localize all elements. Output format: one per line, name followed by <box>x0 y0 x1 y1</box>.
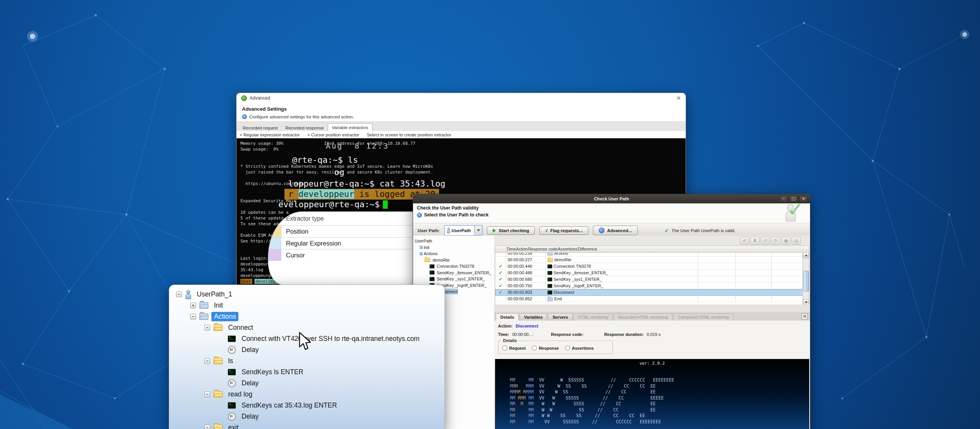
tree-item[interactable]: SendKey _sys1_ENTER_ <box>413 276 494 282</box>
extractor-action-link[interactable]: + Regular expression extractor <box>240 133 300 137</box>
table-row[interactable]: 00:00:00.226 Actions <box>495 253 809 257</box>
tree-expander[interactable]: − <box>190 314 196 319</box>
folder-blue-icon <box>199 313 208 320</box>
row-time: 00:00:00.852 <box>506 296 546 302</box>
results-toolbar-button[interactable]: ✔ <box>740 237 749 245</box>
extractor-type-menu-item[interactable]: Regular Expression <box>268 237 417 249</box>
design-tree-item[interactable]: − Actions <box>176 311 444 322</box>
tree-item[interactable]: Actions <box>413 251 494 257</box>
chevron-down-icon[interactable] <box>474 226 482 235</box>
tree-item[interactable]: Connection TN3278 <box>413 263 494 270</box>
person-icon <box>185 290 191 299</box>
detail-tab[interactable]: Details <box>496 313 519 321</box>
table-row[interactable]: ✓ 00:00:00.446 Connection TN3278 <box>495 263 809 270</box>
start-checking-button[interactable]: Start checking <box>487 226 535 235</box>
design-tree-item[interactable]: SendKeys ls ENTER <box>176 367 444 378</box>
valid-checkmark-icon: ✓ <box>787 199 804 220</box>
design-tree-item[interactable]: + Init <box>176 300 444 311</box>
tree-item[interactable]: UserPath <box>413 238 494 244</box>
advanced-button[interactable]: Advanced... <box>593 226 638 235</box>
close-icon[interactable]: × <box>676 95 681 101</box>
tree-expander[interactable]: − <box>204 425 210 429</box>
extractor-action-link[interactable]: Select in screen to create position extr… <box>367 133 451 137</box>
terminal-icon <box>547 271 552 275</box>
design-tree-item[interactable]: SendKeys cat 35:43.log ENTER <box>176 400 444 411</box>
pause-icon <box>228 413 236 421</box>
tree-item[interactable]: demoRte <box>413 257 494 264</box>
table-scrollbar[interactable] <box>802 252 809 305</box>
column-header[interactable]: Assertions <box>558 246 578 252</box>
status-column-header[interactable] <box>495 246 506 252</box>
radio-option[interactable]: Assertions <box>565 345 594 350</box>
design-tree-item[interactable]: Delay <box>176 378 444 389</box>
flag-requests-button[interactable]: √ Flag requests... <box>539 226 588 235</box>
detail-tab[interactable]: Recorded HTML rendering <box>614 313 673 321</box>
column-header[interactable]: Response code <box>528 246 558 252</box>
row-assertions <box>736 276 772 282</box>
row-action-label: SendKey _sys1_ENTER_ <box>554 277 602 282</box>
column-header[interactable]: Difference <box>578 246 597 252</box>
advanced-tab[interactable]: Recorded request <box>239 124 281 131</box>
results-panel: ✔ ✘ ↺ ↻ ◉ ◎ Time Action <box>494 236 810 429</box>
panel-layout-icon[interactable]: ▤ <box>802 313 808 319</box>
scroll-up-icon[interactable] <box>803 252 809 258</box>
row-action: End <box>546 296 698 302</box>
tree-item[interactable]: Init <box>413 244 494 251</box>
detail-tab[interactable]: Variables <box>519 313 547 321</box>
table-row[interactable]: 00:00:00.227 demoRte <box>495 257 809 263</box>
user-path-dropdown[interactable]: UserPath <box>444 225 483 236</box>
detail-tab[interactable]: Servers <box>548 313 572 321</box>
tree-expander[interactable]: − <box>176 291 182 297</box>
row-action-label: Connection TN3278 <box>554 264 591 269</box>
results-toolbar-button[interactable]: ◉ <box>781 237 791 245</box>
tree-item-label: Actions <box>424 251 438 256</box>
detail-tab[interactable]: Compared HTML rendering <box>673 313 733 321</box>
advanced-settings-subtitle-row: Configure advanced settings for this adv… <box>242 114 686 119</box>
radio-option[interactable]: Response <box>532 345 559 350</box>
scrollbar-thumb[interactable] <box>803 271 809 291</box>
row-action: SendKey _sys1_ENTER_ <box>546 276 698 282</box>
advanced-tab[interactable]: Variable extractors <box>328 123 372 131</box>
results-toolbar-button[interactable]: ↻ <box>771 237 780 245</box>
table-row[interactable]: ✓ 00:00:00.803 Disconnect <box>495 289 809 296</box>
folder-blue-icon <box>199 302 208 309</box>
time-label: Time: <box>498 332 509 337</box>
scroll-down-icon[interactable] <box>803 299 809 305</box>
tree-item[interactable]: SendKey _ibmuser_ENTER_ <box>413 270 494 276</box>
row-check-icon <box>495 253 506 256</box>
tree-expander[interactable]: − <box>204 358 210 364</box>
radio-label: Assertions <box>572 346 594 350</box>
radio-label: Response <box>539 346 559 350</box>
design-tree-item[interactable]: Delay <box>176 411 444 422</box>
row-action-label: Actions <box>554 253 568 255</box>
table-row[interactable]: ✓ 00:00:00.488 SendKey _ibmuser_ENTER_ <box>495 270 809 276</box>
results-toolbar-button[interactable]: ◎ <box>792 237 801 245</box>
results-table-header: Time Action Response code Assertions Dif… <box>495 246 809 253</box>
design-tree-item[interactable]: − read log <box>176 389 444 400</box>
tree-expander[interactable]: − <box>204 391 210 397</box>
table-row[interactable]: ✓ 00:00:00.750 SendKey _logoff_ENTER_ <box>495 283 809 289</box>
tree-expander[interactable]: − <box>204 325 210 331</box>
design-tree-item-label: Delay <box>239 345 261 354</box>
column-header[interactable]: Action <box>516 246 528 252</box>
extractor-type-menu-item[interactable]: Cursor <box>268 249 417 261</box>
design-tree-item[interactable]: − exit <box>176 422 444 429</box>
user-path-design-tree-window: − UserPath_1 + Init − Actions − Connect <box>169 285 445 429</box>
extractor-type-menu-item[interactable]: Position <box>268 225 417 237</box>
row-assertions <box>736 263 772 269</box>
results-toolbar-button[interactable]: ✘ <box>750 237 760 245</box>
play-icon <box>493 229 496 233</box>
advanced-tab[interactable]: Recorded response <box>281 124 327 131</box>
tree-expander[interactable]: + <box>190 303 196 308</box>
design-tree-item[interactable]: − UserPath_1 <box>176 289 444 300</box>
column-header[interactable]: Time <box>506 246 516 252</box>
radio-icon <box>532 345 537 350</box>
table-row[interactable]: 00:00:00.852 End <box>495 296 809 302</box>
design-tree-item[interactable]: − ls <box>176 355 444 367</box>
radio-option[interactable]: Request <box>502 345 526 350</box>
detail-tab[interactable]: HTML rendering <box>573 313 613 321</box>
table-row[interactable]: ✓ 00:00:00.680 SendKey _sys1_ENTER_ <box>495 276 809 283</box>
results-toolbar-button[interactable]: ↺ <box>761 237 770 245</box>
splitter[interactable] <box>494 305 810 312</box>
extractor-action-link[interactable]: + Cursor position extractor <box>307 133 359 137</box>
